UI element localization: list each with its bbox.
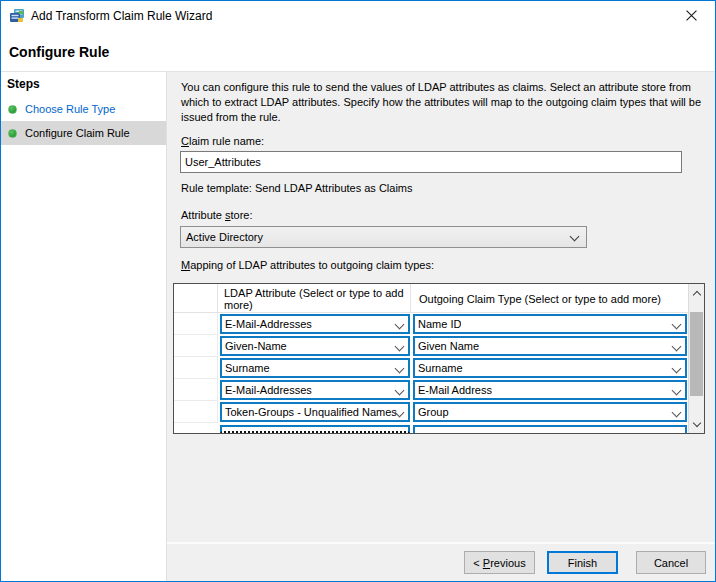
table-row: E-Mail-Addresses Name ID [174,313,688,335]
ldap-attribute-column-header: LDAP Attribute (Select or type to add mo… [218,284,411,312]
table-scrollbar[interactable] [688,284,704,433]
attribute-store-label: Attribute store: [181,209,253,221]
outgoing-claim-type-select[interactable]: E-Mail Address [413,380,687,400]
ldap-attribute-select[interactable]: Token-Groups - Unqualified Names [220,402,410,422]
ldap-attribute-select[interactable]: Given-Name [220,336,410,356]
chevron-up-icon [692,290,700,298]
outgoing-claim-type-select[interactable]: Group [413,402,687,422]
chevron-down-icon [395,386,405,396]
content-area: You can configure this rule to send the … [167,72,715,581]
mapping-table: LDAP Attribute (Select or type to add mo… [173,283,705,434]
page-header: Configure Rule [1,31,715,72]
rule-template-text: Rule template: Send LDAP Attributes as C… [181,182,413,194]
outgoing-claim-type-select[interactable]: Given Name [413,336,687,356]
steps-panel: Steps Choose Rule Type Configure Claim R… [1,72,167,581]
table-row: E-Mail-Addresses E-Mail Address [174,379,688,401]
finish-button[interactable]: Finish [547,551,618,574]
chevron-down-icon [672,342,682,352]
green-dot-icon [8,105,17,114]
description-text: You can configure this rule to send the … [181,80,705,125]
step-choose-rule-type[interactable]: Choose Rule Type [1,97,166,121]
mapping-label: Mapping of LDAP attributes to outgoing c… [181,259,434,271]
table-row: Surname Surname [174,357,688,379]
row-selector[interactable] [174,379,218,401]
chevron-down-icon [672,320,682,330]
scroll-up-button[interactable] [689,285,704,301]
steps-heading: Steps [7,77,40,91]
step-label: Configure Claim Rule [25,127,130,139]
scroll-down-button[interactable] [689,416,704,432]
cancel-button[interactable]: Cancel [636,551,706,574]
ldap-attribute-select[interactable]: E-Mail-Addresses [220,314,410,334]
chevron-down-icon [570,232,580,242]
green-dot-icon [8,129,17,138]
chevron-down-icon [395,342,405,352]
ldap-attribute-select[interactable]: Surname [220,358,410,378]
chevron-down-icon [672,386,682,396]
row-selector[interactable] [174,357,218,379]
close-icon [686,9,697,24]
window-title: Add Transform Claim Rule Wizard [31,9,212,23]
titlebar: Add Transform Claim Rule Wizard [1,1,715,31]
previous-button[interactable]: < Previous [464,551,535,574]
chevron-down-icon [395,320,405,330]
table-row: Given-Name Given Name [174,335,688,357]
chevron-down-icon [672,364,682,374]
step-configure-claim-rule[interactable]: Configure Claim Rule [1,121,166,145]
table-header-row: LDAP Attribute (Select or type to add mo… [174,284,688,313]
attribute-store-select[interactable]: Active Directory [180,226,587,248]
partial-next-row [220,425,410,433]
attribute-store-value: Active Directory [186,231,263,243]
row-selector[interactable] [174,313,218,335]
row-selector[interactable] [174,401,218,423]
outgoing-claim-type-select[interactable]: Name ID [413,314,687,334]
chevron-down-icon [672,408,682,418]
claim-rule-name-input[interactable] [180,151,682,173]
claim-rule-name-label: Claim rule name: [181,135,264,147]
outgoing-claim-type-select[interactable]: Surname [413,358,687,378]
partial-next-row [413,425,687,433]
outgoing-claim-type-column-header: Outgoing Claim Type (Select or type to a… [411,284,688,305]
step-label: Choose Rule Type [25,103,115,115]
table-row: Token-Groups - Unqualified Names Group [174,401,688,423]
chevron-down-icon [692,418,700,426]
close-button[interactable] [671,3,711,29]
wizard-window: Add Transform Claim Rule Wizard Configur… [0,0,716,582]
wizard-app-icon [9,8,25,24]
scrollbar-thumb[interactable] [690,312,703,396]
header-selector-cell [174,284,218,312]
row-selector[interactable] [174,335,218,357]
ldap-attribute-select[interactable]: E-Mail-Addresses [220,380,410,400]
page-title: Configure Rule [9,44,109,60]
chevron-down-icon [395,364,405,374]
footer-divider [167,542,715,544]
